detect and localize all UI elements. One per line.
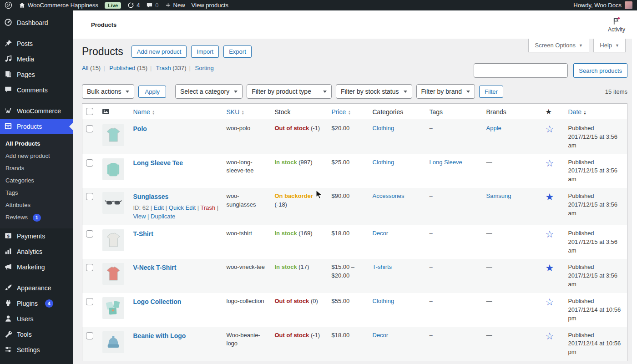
sidebar-item-settings[interactable]: Settings [0,342,73,358]
row-checkbox[interactable] [86,125,93,132]
product-name-link[interactable]: Polo [133,125,147,132]
comments-menu[interactable]: 0 [146,2,158,9]
product-thumbnail[interactable] [102,229,124,251]
sku-column-header[interactable]: SKU▲▼ [223,104,271,120]
submenu-item-tags[interactable]: Tags [0,187,73,199]
filter-button[interactable]: Filter [479,86,503,98]
category-link[interactable]: Clothing [373,159,394,166]
view-all-link[interactable]: All [82,65,88,71]
featured-star-filled-icon[interactable]: ★ [546,192,554,202]
product-name-link[interactable]: Beanie with Logo [133,332,186,339]
sidebar-item-tools[interactable]: Tools [0,327,73,342]
tag-link[interactable]: Long Sleeve [430,159,462,166]
sidebar-item-products[interactable]: Products [0,119,73,134]
new-content-menu[interactable]: New [165,2,185,9]
screen-options-tab[interactable]: Screen Options ▼ [528,39,589,52]
filter-toolbar: Bulk actions Apply Select a category Fil… [82,84,627,99]
category-link[interactable]: Decor [373,332,389,339]
view-products-link[interactable]: View products [192,2,228,9]
category-link[interactable]: Clothing [373,298,394,304]
product-name-link[interactable]: T-Shirt [133,230,153,238]
bulk-actions-select[interactable]: Bulk actions [82,84,134,99]
submenu-item-reviews[interactable]: Reviews 1 [0,211,73,224]
category-link[interactable]: Accessories [373,192,404,199]
wordpress-logo-icon[interactable] [5,1,12,9]
submenu-item-brands[interactable]: Brands [0,162,73,174]
view-sorting-link[interactable]: Sorting [195,65,214,71]
category-filter-select[interactable]: Select a category [175,84,243,99]
row-checkbox[interactable] [86,230,93,238]
export-button[interactable]: Export [223,46,252,58]
updates-menu[interactable]: 4 [127,2,140,9]
sidebar-item-pages[interactable]: Pages [0,67,73,82]
help-tab[interactable]: Help ▼ [593,39,626,52]
sidebar-item-analytics[interactable]: Analytics [0,244,73,259]
sidebar-item-payments[interactable]: $Payments [0,228,73,244]
product-name-link[interactable]: Logo Collection [133,298,182,305]
row-checkbox[interactable] [86,264,93,271]
row-action-trash[interactable]: Trash [200,204,215,211]
product-name-link[interactable]: V-Neck T-Shirt [133,264,177,271]
add-new-product-button[interactable]: Add new product [131,46,187,58]
sidebar-item-dashboard[interactable]: Dashboard [0,15,73,30]
date-column-header[interactable]: Date▲▼ [565,104,627,120]
submenu-item-attributes[interactable]: Attributes [0,199,73,211]
brand-link[interactable]: Apple [486,125,501,131]
svg-text:$: $ [7,233,10,238]
featured-star-outline-icon[interactable]: ☆ [546,331,554,341]
featured-star-outline-icon[interactable]: ☆ [546,297,554,307]
row-checkbox[interactable] [86,193,93,200]
activity-button[interactable]: Activity [608,17,629,33]
featured-star-filled-icon[interactable]: ★ [546,263,554,273]
product-thumbnail[interactable] [102,192,124,214]
featured-star-outline-icon[interactable]: ☆ [546,124,554,134]
apply-button[interactable]: Apply [138,86,166,98]
sidebar-item-comments[interactable]: Comments [0,82,73,98]
featured-star-outline-icon[interactable]: ☆ [546,158,554,168]
product-thumbnail[interactable] [102,263,124,285]
brand-filter-select[interactable]: Filter by brand [416,84,475,99]
sidebar-item-appearance[interactable]: Appearance [0,280,73,296]
row-action-view[interactable]: View [133,213,146,220]
product-name-link[interactable]: Sunglasses [133,193,169,200]
scrollbar-track[interactable] [631,39,637,364]
view-published-link[interactable]: Published [109,65,135,71]
submenu-item-categories[interactable]: Categories [0,174,73,187]
sidebar-item-media[interactable]: Media [0,51,73,67]
product-thumbnail[interactable] [102,331,124,353]
sidebar-item-marketing[interactable]: Marketing [0,259,73,275]
row-action-edit[interactable]: Edit [154,204,164,211]
search-products-button[interactable]: Search products [573,63,627,78]
sidebar-item-plugins[interactable]: Plugins4 [0,296,73,311]
price-column-header[interactable]: Price▲▼ [328,104,369,120]
sidebar-item-woocommerce[interactable]: WooCommerce [0,103,73,119]
howdy-account-menu[interactable]: Howdy, Woo Docs [573,2,622,9]
product-thumbnail[interactable] [102,124,124,146]
row-checkbox[interactable] [86,298,93,305]
view-trash-link[interactable]: Trash [156,65,171,71]
product-thumbnail[interactable] [102,297,124,319]
category-link[interactable]: Decor [373,230,389,237]
import-button[interactable]: Import [191,46,219,58]
category-link[interactable]: T-shirts [373,263,392,270]
stock-status-filter-select[interactable]: Filter by stock status [336,84,412,99]
product-thumbnail[interactable] [102,158,124,180]
featured-star-outline-icon[interactable]: ☆ [546,229,554,239]
site-menu[interactable]: WooCommerce Happiness [19,2,98,9]
submenu-item-add-new-product[interactable]: Add new product [0,150,73,162]
row-checkbox[interactable] [86,332,93,339]
product-name-link[interactable]: Long Sleeve Tee [133,159,183,167]
row-checkbox[interactable] [86,159,93,167]
user-avatar[interactable] [625,1,632,9]
search-products-input[interactable] [474,63,568,78]
product-type-filter-select[interactable]: Filter by product type [247,84,332,99]
select-all-checkbox[interactable] [86,108,93,115]
category-link[interactable]: Clothing [373,125,394,131]
sidebar-item-posts[interactable]: Posts [0,36,73,51]
sidebar-item-users[interactable]: Users [0,311,73,327]
row-action-duplicate[interactable]: Duplicate [151,213,175,220]
row-action-quick-edit[interactable]: Quick Edit [169,204,196,211]
brand-link[interactable]: Samsung [486,192,511,199]
name-column-header[interactable]: Name▲▼ [130,104,223,120]
submenu-item-all-products[interactable]: All Products [0,137,73,150]
